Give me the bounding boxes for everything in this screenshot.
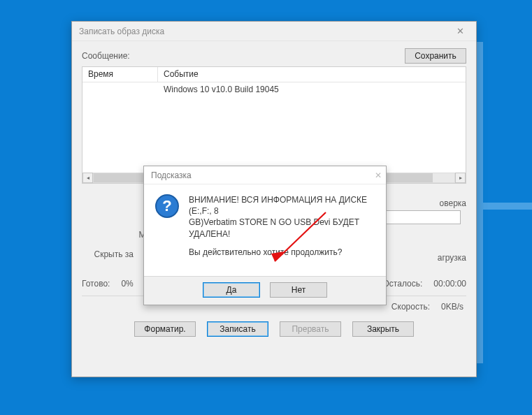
titlebar[interactable]: Записать образ диска ✕ bbox=[72, 22, 476, 41]
write-button[interactable]: Записать bbox=[207, 321, 268, 337]
abort-button: Прервать bbox=[280, 321, 341, 337]
format-button[interactable]: Форматир. bbox=[134, 321, 196, 337]
remaining-label: Осталось: bbox=[383, 279, 423, 289]
log-row[interactable]: Windows 10 v10.0 Build 19045 bbox=[82, 82, 466, 96]
no-button[interactable]: Нет bbox=[270, 282, 327, 298]
dialog-titlebar[interactable]: Подсказка ✕ bbox=[144, 166, 386, 184]
close-icon[interactable]: ✕ bbox=[448, 24, 472, 39]
dialog-title: Подсказка bbox=[151, 170, 192, 180]
dialog-close-icon[interactable]: ✕ bbox=[375, 170, 382, 180]
ready-label: Готово: bbox=[82, 279, 110, 289]
remaining-value: 00:00:00 bbox=[433, 279, 466, 289]
ready-value: 0% bbox=[121, 279, 133, 289]
window-title: Записать образ диска bbox=[79, 27, 164, 36]
question-icon: ? bbox=[155, 194, 179, 218]
speed-value: 0KB/s bbox=[441, 302, 463, 312]
save-button[interactable]: Сохранить bbox=[405, 48, 466, 64]
scroll-left-icon[interactable]: ◂ bbox=[82, 173, 93, 183]
close-button[interactable]: Закрыть bbox=[352, 321, 414, 337]
hide-label: Скрыть за bbox=[82, 249, 141, 259]
dialog-warning-line1: ВНИМАНИЕ! ВСЯ ИНФОРМАЦИЯ НА ДИСКЕ (E:,F:… bbox=[189, 195, 367, 216]
download-label-fragment: агрузка bbox=[399, 253, 466, 263]
check-label-fragment: оверка bbox=[399, 198, 466, 208]
column-time[interactable]: Время bbox=[82, 67, 158, 82]
dialog-question: Вы действительно хотите продолжить? bbox=[189, 247, 375, 258]
yes-button[interactable]: Да bbox=[203, 282, 260, 298]
scroll-right-icon[interactable]: ▸ bbox=[455, 173, 466, 183]
log-time bbox=[82, 82, 158, 96]
log-event: Windows 10 v10.0 Build 19045 bbox=[158, 82, 466, 96]
message-label: Сообщение: bbox=[82, 51, 130, 61]
dialog-warning-line2: GB)Verbatim STORE N GO USB Devi БУДЕТ УД… bbox=[189, 217, 359, 238]
speed-label: Скорость: bbox=[391, 302, 430, 312]
column-event[interactable]: Событие bbox=[158, 67, 466, 82]
confirm-dialog: Подсказка ✕ ? ВНИМАНИЕ! ВСЯ ИНФОРМАЦИЯ Н… bbox=[143, 166, 387, 305]
